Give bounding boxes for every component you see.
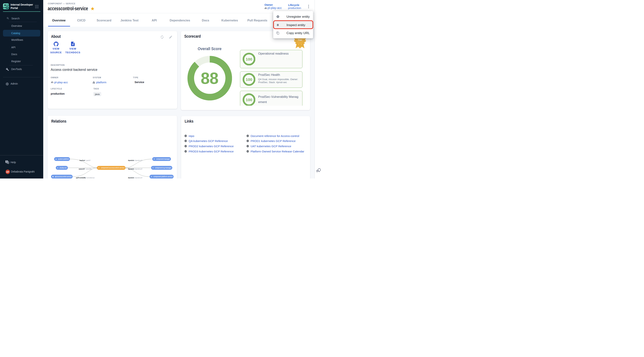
svg-text:dependsOn / dependencyOf: dependsOn / dependencyOf	[128, 160, 142, 161]
svg-text:hasPart / partOf: hasPart / partOf	[80, 160, 90, 161]
svg-text:api:accesscontrol-service: api:accesscontrol-service	[55, 176, 72, 178]
svg-text:component:manager: component:manager	[156, 158, 170, 160]
svg-text:dependsOn / dependencyOf: dependsOn / dependencyOf	[128, 177, 142, 178]
svg-text:Tier: Tier	[298, 38, 302, 41]
svg-text:100: 100	[246, 98, 252, 102]
svg-text:ownerOf / ownedBy: ownerOf / ownedBy	[79, 168, 92, 170]
svg-text:system:platform: system:platform	[58, 158, 69, 160]
svg-text:?: ?	[6, 160, 7, 163]
svg-text:component:accesscontrol-servic: component:accesscontrol-service	[100, 167, 124, 169]
svg-text:100: 100	[246, 77, 252, 82]
svg-text:apiProvidedBy / providesApi: apiProvidedBy / providesApi	[76, 177, 94, 178]
svg-text:component:platform-service: component:platform-service	[153, 176, 173, 178]
svg-text:pl-play-acc: pl-play-acc	[60, 167, 67, 169]
svg-text:100: 100	[246, 57, 252, 61]
svg-text:dependsOn / dependencyOf: dependsOn / dependencyOf	[128, 168, 142, 170]
svg-text:component:ng-manager: component:ng-manager	[155, 167, 172, 169]
